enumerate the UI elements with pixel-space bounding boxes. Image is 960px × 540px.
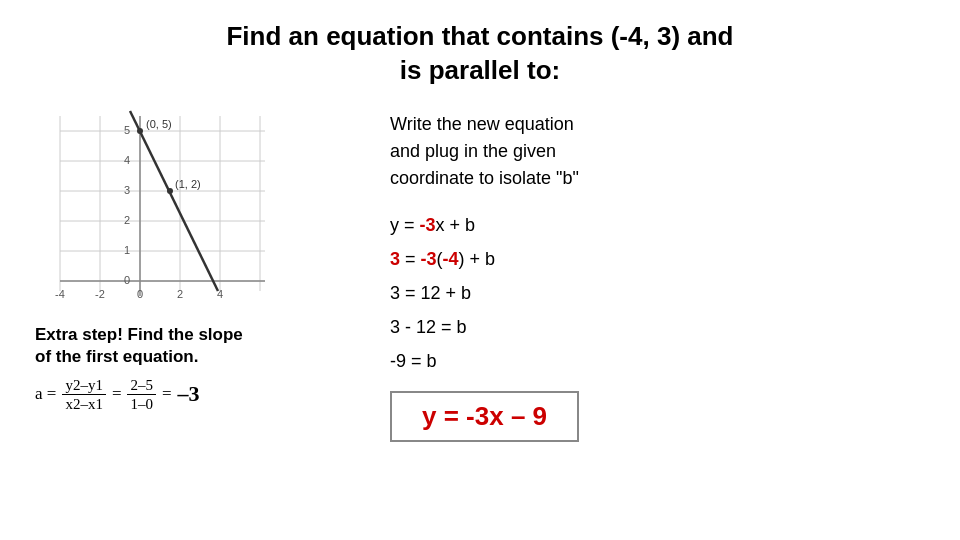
svg-text:-4: -4 xyxy=(55,288,65,300)
title-line2: is parallel to: xyxy=(226,54,733,88)
svg-text:4: 4 xyxy=(124,154,130,166)
formula-numerator-top: y2–y1 xyxy=(62,376,106,395)
page-container: Find an equation that contains (-4, 3) a… xyxy=(0,0,960,540)
formula-numerator-bottom: x2–x1 xyxy=(62,395,106,413)
left-side: -4 -2 0 2 4 0 1 2 3 4 5 xyxy=(30,106,350,413)
svg-text:3: 3 xyxy=(124,184,130,196)
right-side: Write the new equation and plug in the g… xyxy=(360,106,930,442)
svg-text:0: 0 xyxy=(124,274,130,286)
step5: -9 = b xyxy=(390,344,495,378)
formula-eq1: = xyxy=(112,384,122,404)
formula-result: –3 xyxy=(178,381,200,407)
step1: y = -3x + b xyxy=(390,208,495,242)
svg-text:2: 2 xyxy=(177,288,183,300)
formula-value-top: 2–5 xyxy=(127,376,156,395)
write-eq-line1: Write the new equation xyxy=(390,111,579,138)
step4: 3 - 12 = b xyxy=(390,310,495,344)
formula-label: a = xyxy=(35,384,56,404)
graph-container: -4 -2 0 2 4 0 1 2 3 4 5 xyxy=(40,106,280,316)
svg-text:0: 0 xyxy=(137,288,143,300)
svg-text:(1, 2): (1, 2) xyxy=(175,178,201,190)
step3: 3 = 12 + b xyxy=(390,276,495,310)
formula-value-bottom: 1–0 xyxy=(127,395,156,413)
svg-point-29 xyxy=(167,188,173,194)
title-line1: Find an equation that contains (-4, 3) a… xyxy=(226,20,733,54)
svg-text:1: 1 xyxy=(124,244,130,256)
write-equation-text: Write the new equation and plug in the g… xyxy=(390,111,579,192)
final-answer-box: y = -3x – 9 xyxy=(390,391,579,442)
svg-line-25 xyxy=(130,111,218,291)
svg-point-28 xyxy=(137,128,143,134)
final-answer-text: y = -3x – 9 xyxy=(422,401,547,431)
main-content: -4 -2 0 2 4 0 1 2 3 4 5 xyxy=(30,106,930,442)
extra-step-line2: of the first equation. xyxy=(35,346,243,368)
step2: 3 = -3(-4) + b xyxy=(390,242,495,276)
formula-eq2: = xyxy=(162,384,172,404)
formula-fraction-main: y2–y1 x2–x1 xyxy=(62,376,106,413)
write-eq-line3: coordinate to isolate "b" xyxy=(390,165,579,192)
write-eq-line2: and plug in the given xyxy=(390,138,579,165)
equation-steps: y = -3x + b 3 = -3(-4) + b 3 = 12 + b 3 … xyxy=(390,208,495,379)
formula-fraction-values: 2–5 1–0 xyxy=(127,376,156,413)
formula-line: a = y2–y1 x2–x1 = 2–5 1–0 = –3 xyxy=(35,376,200,413)
coordinate-graph: -4 -2 0 2 4 0 1 2 3 4 5 xyxy=(40,106,280,316)
svg-text:2: 2 xyxy=(124,214,130,226)
svg-text:-2: -2 xyxy=(95,288,105,300)
extra-step-text: Extra step! Find the slope of the first … xyxy=(35,324,243,368)
page-title: Find an equation that contains (-4, 3) a… xyxy=(226,20,733,88)
svg-text:5: 5 xyxy=(124,124,130,136)
extra-step-line1: Extra step! Find the slope xyxy=(35,324,243,346)
svg-text:(0, 5): (0, 5) xyxy=(146,118,172,130)
